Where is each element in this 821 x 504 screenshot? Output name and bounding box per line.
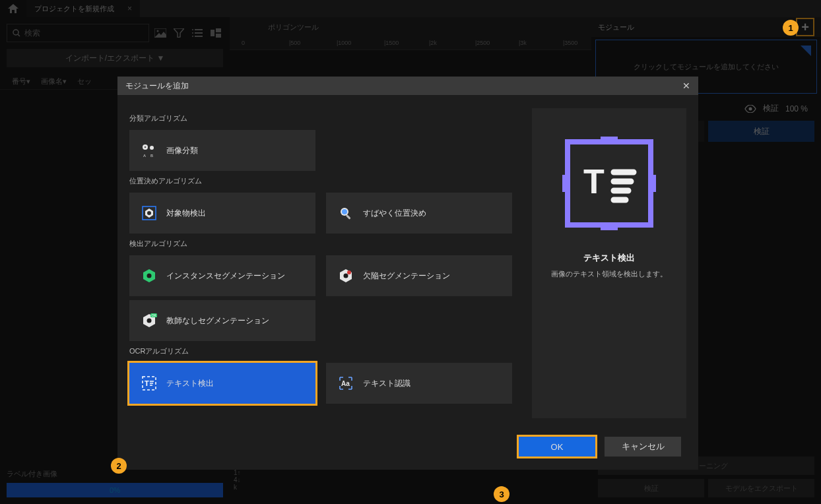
section-classification: 分類アルゴリズム [129,113,512,123]
card-unsupervised-segmentation[interactable]: OK 教師なしセグメンテーション [129,300,315,341]
card-label: テキスト認識 [363,378,410,389]
svg-point-30 [147,274,152,278]
svg-point-33 [347,270,351,274]
hex-ok-icon: OK [140,311,158,330]
screw-icon: AB [140,141,158,160]
preview-image: T [550,124,669,243]
text-recog-icon: Aa [337,374,355,393]
card-object-detection[interactable]: 対象物検出 [129,193,315,234]
svg-point-35 [147,319,152,323]
card-label: 対象物検出 [166,208,206,219]
section-ocr: OCRアルゴリズム [129,346,512,356]
dialog-close-button[interactable]: ✕ [682,80,690,91]
module-preview: T テキスト検出 画像のテキスト領域を検出します。 [532,108,686,418]
card-defect-segmentation[interactable]: 欠陥セグメンテーション [326,255,512,296]
hex-green-icon [140,267,158,285]
card-image-classification[interactable]: AB 画像分類 [129,130,315,171]
dialog-title: モジュールを追加 [125,80,189,92]
card-text-detection[interactable]: T テキスト検出 [129,363,315,404]
svg-rect-43 [601,224,618,230]
annotation-3: 3 [494,486,509,502]
nut-detect-icon [140,204,158,222]
card-label: 欠陥セグメンテーション [363,270,450,282]
svg-text:T: T [145,379,149,387]
card-label: 画像分類 [166,145,198,156]
svg-rect-44 [562,175,569,192]
card-quick-positioning[interactable]: すばやく位置決め [326,193,512,234]
ok-button[interactable]: OK [519,437,595,457]
svg-point-20 [150,146,154,150]
card-instance-segmentation[interactable]: インスタンスセグメンテーション [129,255,315,296]
svg-text:T: T [583,162,605,201]
card-label: 教師なしセグメンテーション [166,315,269,327]
svg-rect-42 [601,137,618,143]
cancel-button[interactable]: キャンセル [605,437,681,457]
svg-rect-45 [649,175,656,192]
text-detect-icon: T [140,374,158,393]
svg-point-25 [147,211,151,215]
svg-text:OK: OK [152,313,157,317]
svg-rect-28 [346,214,351,220]
annotation-2: 2 [111,458,127,474]
hex-defect-icon [337,267,355,285]
dialog-body: 分類アルゴリズム AB 画像分類 位置決めアルゴリズム 対象物検出 [117,95,698,424]
svg-text:A: A [143,154,146,158]
add-module-dialog: モジュールを追加 ✕ 分類アルゴリズム AB 画像分類 位置決めアルゴリズム [117,77,698,470]
section-positioning: 位置決めアルゴリズム [129,176,512,186]
dialog-footer: OK キャンセル [117,424,698,470]
svg-text:Aa: Aa [341,380,350,387]
card-label: インスタンスセグメンテーション [166,270,285,282]
section-detection: 検出アルゴリズム [129,239,512,249]
dialog-right-column: T テキスト検出 画像のテキスト領域を検出します。 [532,108,686,424]
card-label: テキスト検出 [166,378,214,389]
card-text-recognition[interactable]: Aa テキスト認識 [326,363,512,404]
annotation-1: 1 [783,20,799,36]
svg-point-27 [342,209,347,214]
preview-description: 画像のテキスト領域を検出します。 [551,269,667,279]
dialog-titlebar: モジュールを追加 ✕ [117,77,698,95]
dialog-left-column: 分類アルゴリズム AB 画像分類 位置決めアルゴリズム 対象物検出 [129,108,512,424]
preview-title: テキスト検出 [583,252,635,264]
svg-rect-41 [568,142,651,225]
svg-text:B: B [150,154,153,158]
svg-point-19 [145,146,147,148]
card-label: すばやく位置決め [363,208,426,219]
svg-point-32 [344,274,348,278]
magnifier-icon [337,204,355,222]
